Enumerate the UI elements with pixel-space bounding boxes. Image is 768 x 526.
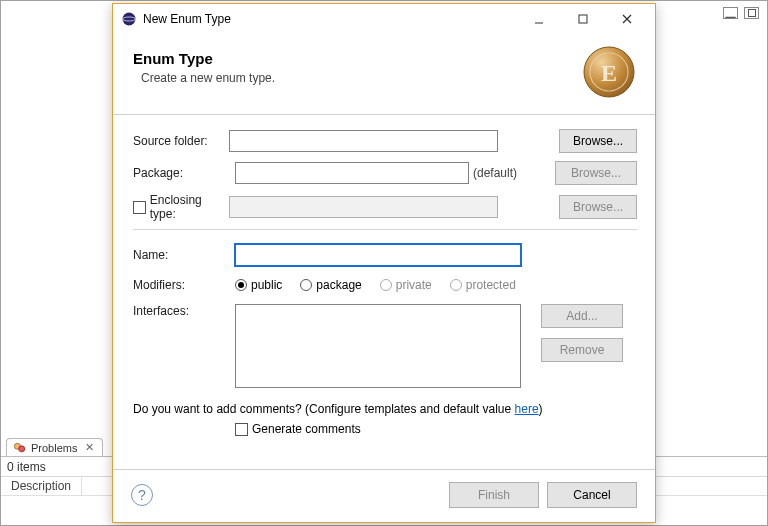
host-maximize-button[interactable] — [744, 7, 759, 19]
source-folder-label: Source folder: — [133, 134, 229, 148]
modifiers-group: public package private protected — [235, 278, 637, 292]
dialog-maximize-button[interactable] — [561, 8, 605, 30]
browse-enclosing-type-button: Browse... — [559, 195, 637, 219]
enclosing-type-label: Enclosing type: — [150, 193, 229, 221]
enum-type-icon: E — [581, 44, 637, 100]
dialog-close-button[interactable] — [605, 8, 649, 30]
generate-comments-checkbox[interactable] — [235, 423, 248, 436]
banner-title: Enum Type — [133, 50, 275, 67]
dialog-footer: ? Finish Cancel — [113, 469, 655, 522]
host-minimize-button[interactable] — [723, 7, 738, 19]
host-window: Problems ✕ 0 items Description New Enum … — [0, 0, 768, 526]
modifier-public[interactable]: public — [235, 278, 282, 292]
browse-source-folder-button[interactable]: Browse... — [559, 129, 637, 153]
dialog-form: Source folder: Browse... Package: (defau… — [113, 115, 655, 444]
svg-point-2 — [19, 445, 25, 451]
name-label: Name: — [133, 248, 235, 262]
dialog-title: New Enum Type — [143, 12, 517, 26]
finish-button: Finish — [449, 482, 539, 508]
modifier-private: private — [380, 278, 432, 292]
modifier-protected: protected — [450, 278, 516, 292]
source-folder-input[interactable] — [229, 130, 498, 152]
name-input[interactable] — [235, 244, 521, 266]
items-count: 0 items — [7, 460, 46, 474]
svg-rect-6 — [579, 15, 587, 23]
help-icon[interactable]: ? — [131, 484, 153, 506]
svg-text:E: E — [601, 60, 617, 86]
generate-comments-label: Generate comments — [252, 422, 361, 436]
enclosing-type-input — [229, 196, 498, 218]
problems-tab[interactable]: Problems ✕ — [6, 438, 103, 457]
svg-point-3 — [123, 13, 136, 26]
problems-icon — [13, 442, 27, 454]
form-divider — [133, 229, 637, 230]
enclosing-type-label-wrap: Enclosing type: — [133, 193, 229, 221]
remove-interface-button: Remove — [541, 338, 623, 362]
tab-close-icon[interactable]: ✕ — [85, 441, 94, 454]
comments-prompt: Do you want to add comments? (Configure … — [133, 402, 637, 416]
cancel-button[interactable]: Cancel — [547, 482, 637, 508]
modifier-package-label: package — [316, 278, 361, 292]
package-label: Package: — [133, 166, 235, 180]
host-titlebar-buttons — [723, 7, 759, 19]
modifier-package[interactable]: package — [300, 278, 361, 292]
dialog-titlebar: New Enum Type — [113, 4, 655, 34]
interfaces-label: Interfaces: — [133, 304, 235, 318]
dialog-minimize-button[interactable] — [517, 8, 561, 30]
problems-tab-row: Problems ✕ — [6, 435, 103, 457]
description-column-header[interactable]: Description — [1, 477, 82, 495]
enclosing-type-checkbox[interactable] — [133, 201, 146, 214]
browse-package-button: Browse... — [555, 161, 637, 185]
eclipse-icon — [121, 11, 137, 27]
configure-templates-link[interactable]: here — [515, 402, 539, 416]
dialog-banner: Enum Type Create a new enum type. E — [113, 34, 655, 114]
generate-comments-row: Generate comments — [235, 422, 637, 436]
modifier-public-label: public — [251, 278, 282, 292]
banner-subtitle: Create a new enum type. — [141, 71, 275, 85]
new-enum-dialog: New Enum Type Enum Type Create a new enu… — [112, 3, 656, 523]
problems-tab-label: Problems — [31, 442, 77, 454]
package-input[interactable] — [235, 162, 469, 184]
modifiers-label: Modifiers: — [133, 278, 235, 292]
add-interface-button: Add... — [541, 304, 623, 328]
modifier-private-label: private — [396, 278, 432, 292]
modifier-protected-label: protected — [466, 278, 516, 292]
interfaces-listbox[interactable] — [235, 304, 521, 388]
package-default-note: (default) — [473, 166, 517, 180]
